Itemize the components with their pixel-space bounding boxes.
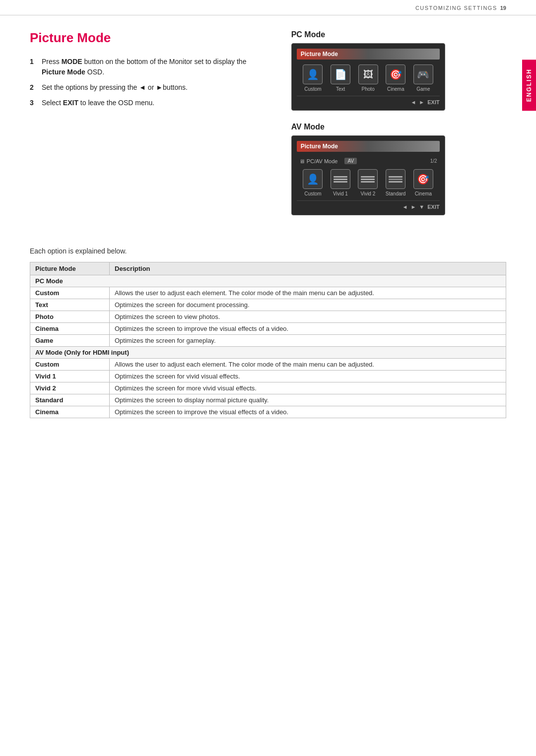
- cinema-icon: 🎯: [386, 64, 405, 84]
- col2-header: Description: [110, 262, 506, 275]
- desc-cell: Optimizes the screen for gameplay.: [110, 335, 506, 347]
- mode-cell: Text: [30, 299, 110, 311]
- desc-cell: Optimizes the screen to display normal p…: [110, 394, 506, 406]
- pc-icon-photo: 🖼 Photo: [358, 64, 378, 92]
- av-icon-standard: Standard: [386, 169, 406, 196]
- pc-av-icon: 🖥: [299, 158, 305, 164]
- custom-icon: 👤: [303, 64, 323, 84]
- av-sub-row: 🖥 PC/AV Mode AV 1/2: [297, 157, 440, 165]
- table-row: Vivid 2Optimizes the screen for more viv…: [30, 382, 506, 394]
- av-page-num: 1/2: [430, 158, 437, 164]
- step-text-2: Set the options by pressing the ◄ or ►bu…: [42, 82, 267, 93]
- mode-keyword: MODE: [62, 58, 82, 65]
- desc-cell: Allows the user to adjust each element. …: [110, 287, 506, 299]
- page-header: CUSTOMIZING SETTINGS 19: [0, 0, 536, 15]
- table-section-row: AV Mode (Only for HDMI input): [30, 347, 506, 359]
- table-row: CustomAllows the user to adjust each ele…: [30, 359, 506, 371]
- photo-label: Photo: [362, 86, 375, 92]
- mode-cell: Custom: [30, 359, 110, 371]
- instructions-list: 1 Press MODE button on the bottom of the…: [30, 57, 267, 108]
- standard-icon: [386, 169, 405, 189]
- picture-mode-keyword: Picture Mode: [42, 68, 85, 76]
- instruction-step-3: 3 Select EXIT to leave the OSD menu.: [30, 98, 267, 108]
- pc-osd-title: Picture Mode: [297, 49, 440, 60]
- table-row: CinemaOptimizes the screen to improve th…: [30, 406, 506, 418]
- mode-cell: Photo: [30, 311, 110, 323]
- table-row: PhotoOptimizes the screen to view photos…: [30, 311, 506, 323]
- step-number-1: 1: [30, 57, 37, 77]
- section-name-cell: AV Mode (Only for HDMI input): [30, 347, 506, 359]
- av-cinema-icon: 🎯: [413, 169, 433, 189]
- vivid2-icon: [358, 169, 378, 189]
- mode-cell: Vivid 1: [30, 371, 110, 382]
- av-icon-cinema: 🎯 Cinema: [413, 169, 433, 196]
- section-name-cell: PC Mode: [30, 275, 506, 287]
- cinema-label: Cinema: [387, 86, 404, 92]
- av-icons-row: 👤 Custom Vivid 1: [297, 169, 440, 196]
- table-row: TextOptimizes the screen for document pr…: [30, 299, 506, 311]
- vivid2-label: Vivid 2: [360, 191, 375, 196]
- table-row: GameOptimizes the screen for gameplay.: [30, 335, 506, 347]
- av-icon-custom: 👤 Custom: [303, 169, 323, 196]
- pc-osd-bottom: ◄ ► EXIT: [297, 96, 440, 105]
- custom-label: Custom: [304, 86, 321, 92]
- vivid1-label: Vivid 1: [333, 191, 348, 196]
- mode-cell: Game: [30, 335, 110, 347]
- pc-av-text: PC/AV Mode: [307, 158, 338, 164]
- left-column: Picture Mode 1 Press MODE button on the …: [30, 30, 271, 227]
- explain-text: Each option is explained below.: [30, 247, 506, 255]
- instruction-step-1: 1 Press MODE button on the bottom of the…: [30, 57, 267, 77]
- table-row: CinemaOptimizes the screen to improve th…: [30, 323, 506, 335]
- av-mode-osd: Picture Mode 🖥 PC/AV Mode AV 1/2 👤 Custo…: [291, 135, 445, 215]
- page-number: 19: [500, 5, 506, 11]
- av-sub-label: 🖥 PC/AV Mode AV: [299, 158, 357, 164]
- photo-icon: 🖼: [358, 64, 378, 84]
- pc-mode-title: PC Mode: [291, 30, 506, 39]
- av-custom-label: Custom: [304, 191, 321, 196]
- description-table: Picture Mode Description PC ModeCustomAl…: [30, 262, 506, 418]
- av-icon-vivid1: Vivid 1: [331, 169, 350, 196]
- table-row: Vivid 1Optimizes the screen for vivid vi…: [30, 371, 506, 382]
- av-cinema-label: Cinema: [415, 191, 432, 196]
- pc-mode-section: PC Mode Picture Mode 👤 Custom 📄 Text 🖼 P…: [291, 30, 506, 111]
- av-icon-vivid2: Vivid 2: [358, 169, 378, 196]
- desc-cell: Allows the user to adjust each element. …: [110, 359, 506, 371]
- text-icon: 📄: [331, 64, 350, 84]
- mode-cell: Custom: [30, 287, 110, 299]
- right-column: PC Mode Picture Mode 👤 Custom 📄 Text 🖼 P…: [291, 30, 506, 227]
- game-label: Game: [416, 86, 430, 92]
- pc-nav-left: ◄: [410, 99, 416, 105]
- mode-cell: Cinema: [30, 406, 110, 418]
- av-osd-title: Picture Mode: [297, 141, 440, 152]
- desc-cell: Optimizes the screen for vivid visual ef…: [110, 371, 506, 382]
- language-tab: ENGLISH: [522, 60, 536, 111]
- explain-section: Each option is explained below. Picture …: [0, 247, 536, 418]
- col1-header: Picture Mode: [30, 262, 110, 275]
- mode-cell: Standard: [30, 394, 110, 406]
- av-mode-section: AV Mode Picture Mode 🖥 PC/AV Mode AV 1/2…: [291, 123, 506, 215]
- exit-keyword: EXIT: [63, 99, 78, 107]
- step-number-2: 2: [30, 82, 37, 93]
- desc-cell: Optimizes the screen to improve the visu…: [110, 406, 506, 418]
- pc-icon-cinema: 🎯 Cinema: [386, 64, 405, 92]
- pc-icon-custom: 👤 Custom: [303, 64, 323, 92]
- main-content: Picture Mode 1 Press MODE button on the …: [0, 15, 536, 242]
- desc-cell: Optimizes the screen to view photos.: [110, 311, 506, 323]
- mode-cell: Cinema: [30, 323, 110, 335]
- av-mode-title: AV Mode: [291, 123, 506, 131]
- buttons-text: buttons: [163, 83, 186, 91]
- text-label: Text: [336, 86, 345, 92]
- desc-cell: Optimizes the screen to improve the visu…: [110, 323, 506, 335]
- section-label: CUSTOMIZING SETTINGS: [415, 5, 497, 11]
- step-number-3: 3: [30, 98, 37, 108]
- pc-mode-osd: Picture Mode 👤 Custom 📄 Text 🖼 Photo: [291, 43, 445, 111]
- pc-icons-row: 👤 Custom 📄 Text 🖼 Photo 🎯 Cinema: [297, 64, 440, 92]
- av-nav-right: ►: [410, 204, 416, 210]
- table-row: StandardOptimizes the screen to display …: [30, 394, 506, 406]
- pc-icon-game: 🎮 Game: [413, 64, 433, 92]
- table-row: CustomAllows the user to adjust each ele…: [30, 287, 506, 299]
- av-nav-left: ◄: [402, 204, 408, 210]
- standard-label: Standard: [386, 191, 406, 196]
- step-text-3: Select EXIT to leave the OSD menu.: [42, 98, 267, 108]
- game-icon: 🎮: [413, 64, 433, 84]
